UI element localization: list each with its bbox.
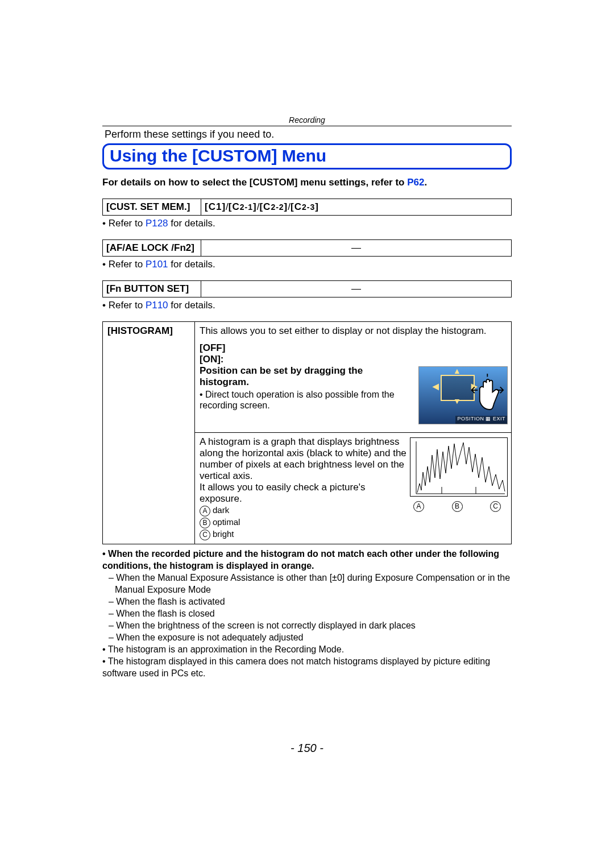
text: When the flash is activated	[116, 597, 225, 606]
legend-optimal: optimal	[213, 517, 240, 527]
notes-block: • When the recorded picture and the hist…	[102, 548, 512, 679]
link-p128[interactable]: P128	[146, 218, 168, 229]
link-p101[interactable]: P101	[146, 259, 168, 270]
axis-b: B	[452, 501, 463, 512]
option-off: [OFF]	[200, 342, 507, 354]
text: • Refer to	[102, 259, 146, 270]
text: When the exposure is not adequately adju…	[116, 633, 303, 642]
text: • Refer to	[102, 300, 146, 311]
note-cond-2: – When the flash is activated	[115, 596, 512, 607]
text: When the flash is closed	[116, 609, 214, 618]
text: for details.	[168, 218, 215, 229]
note-pc: • The histogram displayed in this camera…	[102, 655, 512, 679]
axis-c: C	[490, 501, 501, 512]
subtitle-pre: For details on how to select the [CUSTOM…	[102, 177, 407, 188]
afae-note: • Refer to P101 for details.	[102, 259, 512, 270]
histogram-table: [HISTOGRAM] This allows you to set eithe…	[102, 321, 512, 544]
note-cond-3: – When the flash is closed	[115, 607, 512, 619]
histogram-axis-labels: A B C	[410, 499, 507, 512]
row-cust-set-mem: [CUST. SET MEM.] [C1]/[C2-1]/[C2-2]/[C2-…	[102, 199, 512, 216]
fnbtn-value: —	[201, 281, 512, 297]
cust-set-mem-note: • Refer to P128 for details.	[102, 218, 512, 229]
afae-label: [AF/AE LOCK /Fn2]	[103, 240, 201, 257]
row-afae-lock: [AF/AE LOCK /Fn2] —	[102, 239, 512, 257]
legend-bright: bright	[213, 529, 234, 539]
option-on: [ON]:	[200, 354, 507, 365]
touch-figure: ▲▼ ◀▶ POSITION ▦ EXIT	[418, 366, 507, 425]
note-cond-5: – When the exposure is not adequately ad…	[115, 631, 512, 643]
histogram-label: [HISTOGRAM]	[103, 322, 195, 544]
afae-value: —	[201, 240, 512, 257]
fnbtn-note: • Refer to P110 for details.	[102, 300, 512, 311]
legend-dark: dark	[213, 505, 229, 515]
text: When the Manual Exposure Assistance is o…	[115, 573, 510, 594]
subtitle-post: .	[424, 177, 427, 188]
link-p62[interactable]: P62	[407, 177, 424, 188]
row-fn-button-set: [Fn BUTTON SET] —	[102, 280, 512, 297]
histogram-figure: A B C	[410, 437, 507, 512]
text: for details.	[168, 300, 215, 311]
subtitle: For details on how to select the [CUSTOM…	[102, 177, 512, 188]
histogram-desc: This allows you to set either to display…	[200, 325, 507, 337]
section-header: Recording	[102, 115, 512, 126]
histogram-top-cell: This allows you to set either to display…	[195, 322, 512, 433]
intro-text: Perform these settings if you need to.	[105, 129, 512, 140]
text: for details.	[168, 259, 215, 270]
status-exit: EXIT	[493, 416, 505, 421]
note-approx: • The histogram is an approximation in t…	[102, 643, 512, 655]
text: • Refer to	[102, 218, 146, 229]
note-orange: • When the recorded picture and the hist…	[102, 548, 512, 572]
title-box: Using the [CUSTOM] Menu	[102, 143, 512, 170]
text: When the brightness of the screen is not…	[116, 621, 416, 630]
status-position: POSITION	[457, 416, 484, 421]
cust-set-mem-label: [CUST. SET MEM.]	[103, 199, 201, 216]
page-number: - 150 -	[102, 742, 512, 755]
link-p110[interactable]: P110	[146, 300, 168, 311]
note-cond-1: – When the Manual Exposure Assistance is…	[115, 572, 512, 596]
drag-hand-icon	[468, 374, 509, 415]
fnbtn-label: [Fn BUTTON SET]	[103, 281, 201, 297]
note-cond-4: – When the brightness of the screen is n…	[115, 619, 512, 631]
page-title: Using the [CUSTOM] Menu	[110, 146, 326, 165]
histogram-bottom-cell: A B C A histogram is a graph that displa…	[195, 433, 512, 544]
axis-a: A	[413, 501, 424, 512]
cust-set-mem-value: [C1]/[C2-1]/[C2-2]/[C2-3]	[201, 199, 512, 216]
